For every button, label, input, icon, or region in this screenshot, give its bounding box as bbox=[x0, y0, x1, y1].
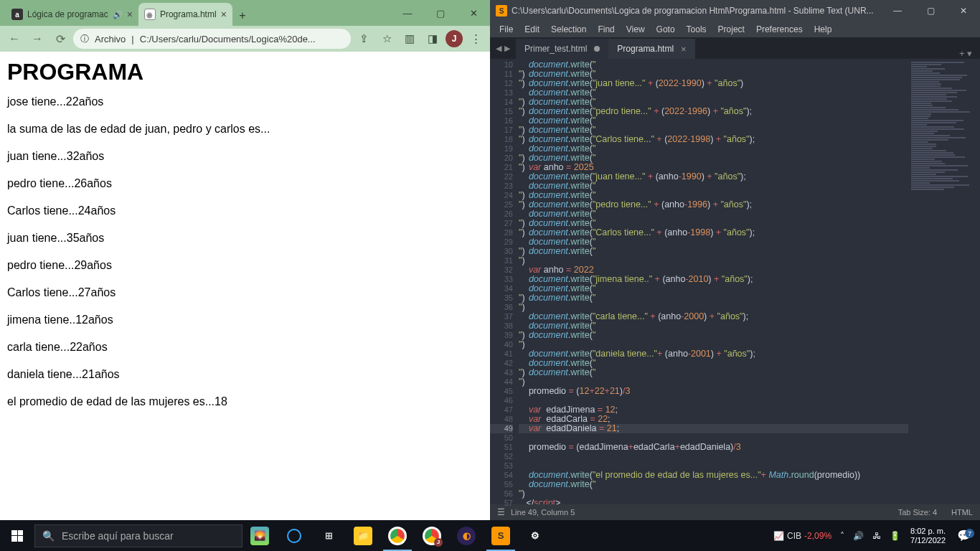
page-content: PROGRAMA jose tiene...22años la suma de … bbox=[0, 52, 490, 430]
page-line: la suma de las de edad de juan, pedro y … bbox=[7, 123, 483, 136]
audio-icon[interactable]: 🔊 bbox=[113, 10, 123, 19]
url-label: Archivo bbox=[95, 34, 126, 44]
start-button[interactable] bbox=[0, 520, 34, 551]
reload-button[interactable]: ⟳ bbox=[50, 29, 70, 49]
taskbar-chrome-2[interactable]: J bbox=[415, 520, 449, 551]
syntax-mode[interactable]: HTML bbox=[951, 508, 973, 517]
tray-clock[interactable]: 8:02 p. m. 7/12/2022 bbox=[905, 527, 951, 545]
tray-battery-icon[interactable]: 🔋 bbox=[885, 531, 905, 541]
page-line: pedro tiene...26años bbox=[7, 177, 483, 190]
chrome-toolbar: ← → ⟳ ⓘ Archivo | C:/Users/carlu/Documen… bbox=[0, 26, 490, 52]
favicon-icon: a bbox=[11, 9, 23, 20]
sublime-window-controls: — ▢ ✕ bbox=[881, 0, 980, 22]
tray-time: 8:02 p. m. bbox=[910, 527, 946, 536]
taskbar: 🔍 Escribe aquí para buscar 🌄 ⊞ 📁 J ◐ S ⚙… bbox=[0, 520, 980, 551]
editor-area[interactable]: 1011121314151617181920212223242526272829… bbox=[490, 59, 980, 504]
tab-close-icon[interactable]: × bbox=[681, 44, 687, 55]
maximize-button[interactable]: ▢ bbox=[424, 0, 457, 26]
tab-title: Programa.html bbox=[160, 9, 217, 19]
menu-goto[interactable]: Goto bbox=[651, 23, 680, 36]
search-icon: 🔍 bbox=[42, 530, 55, 542]
stock-label: CIB bbox=[787, 531, 801, 541]
chrome-titlebar: a Lógica de programac 🔊 × ◉ Programa.htm… bbox=[0, 0, 490, 26]
dirty-dot-icon bbox=[594, 46, 600, 52]
tab-name: Primer_test.html bbox=[524, 44, 587, 54]
sublime-tabs: ◀ ▶ Primer_test.html Programa.html × + ▾ bbox=[490, 37, 980, 59]
taskbar-chrome[interactable] bbox=[380, 520, 415, 551]
tray-chevron[interactable]: ˄ bbox=[836, 531, 849, 541]
minimize-button[interactable]: — bbox=[881, 0, 914, 22]
taskbar-weather[interactable]: 🌄 bbox=[242, 520, 277, 551]
taskbar-settings[interactable]: ⚙ bbox=[518, 520, 552, 551]
forward-button[interactable]: → bbox=[27, 29, 47, 49]
page-line: jose tiene...22años bbox=[7, 95, 483, 108]
favicon-globe-icon: ◉ bbox=[144, 9, 156, 20]
notifications-button[interactable]: 💬 7 bbox=[951, 529, 977, 542]
bookmark-icon[interactable]: ☆ bbox=[377, 29, 397, 49]
menu-tools[interactable]: Tools bbox=[682, 23, 712, 36]
menu-selection[interactable]: Selection bbox=[546, 23, 591, 36]
extensions-icon[interactable]: ◨ bbox=[423, 29, 443, 49]
code-area[interactable]: document.write("") document.write("") do… bbox=[519, 59, 908, 504]
close-button[interactable]: ✕ bbox=[947, 0, 980, 22]
page-line: jimena tiene..12años bbox=[7, 314, 483, 326]
stock-change: -2,09% bbox=[804, 531, 831, 541]
share-icon[interactable]: ⇪ bbox=[354, 29, 374, 49]
tray-volume-icon[interactable]: 🔊 bbox=[849, 531, 868, 541]
page-line: juan tiene...32años bbox=[7, 150, 483, 163]
line-gutter: 1011121314151617181920212223242526272829… bbox=[490, 59, 519, 504]
sidepanel-icon[interactable]: ▥ bbox=[400, 29, 420, 49]
editor-tab-inactive[interactable]: Primer_test.html bbox=[516, 39, 608, 59]
profile-avatar[interactable]: J bbox=[446, 30, 463, 47]
sublime-title: C:\Users\carlu\Documents\Logica de progr… bbox=[512, 6, 881, 16]
tab-name: Programa.html bbox=[617, 44, 674, 54]
sublime-icon: S bbox=[496, 5, 507, 17]
page-line: carla tiene...22años bbox=[7, 341, 483, 354]
page-heading: PROGRAMA bbox=[7, 59, 483, 85]
minimize-button[interactable]: — bbox=[391, 0, 424, 26]
tab-close-icon[interactable]: × bbox=[221, 9, 227, 20]
taskbar-taskview[interactable]: ⊞ bbox=[311, 520, 346, 551]
menu-file[interactable]: File bbox=[494, 23, 518, 36]
sublime-titlebar: S C:\Users\carlu\Documents\Logica de pro… bbox=[490, 0, 980, 22]
new-tab-button[interactable]: + bbox=[232, 6, 253, 26]
chrome-tab-inactive[interactable]: a Lógica de programac 🔊 × bbox=[6, 3, 138, 26]
menu-edit[interactable]: Edit bbox=[519, 23, 545, 36]
menu-project[interactable]: Project bbox=[713, 23, 750, 36]
page-line: Carlos tiene...27años bbox=[7, 286, 483, 299]
sublime-window: S C:\Users\carlu\Documents\Logica de pro… bbox=[490, 0, 980, 520]
menu-preferences[interactable]: Preferences bbox=[751, 23, 808, 36]
tray-network-icon[interactable]: 🖧 bbox=[868, 531, 885, 541]
minimap[interactable] bbox=[908, 59, 980, 504]
maximize-button[interactable]: ▢ bbox=[914, 0, 947, 22]
menu-icon[interactable]: ⋮ bbox=[466, 29, 486, 49]
site-info-icon[interactable]: ⓘ bbox=[80, 33, 89, 45]
chrome-window-controls: — ▢ ✕ bbox=[391, 0, 490, 26]
editor-tab-active[interactable]: Programa.html × bbox=[608, 39, 694, 59]
tab-size[interactable]: Tab Size: 4 bbox=[898, 508, 937, 517]
page-line: el promedio de edad de las mujeres es...… bbox=[7, 395, 483, 408]
stock-widget[interactable]: 📈 CIB -2,09% bbox=[769, 531, 836, 541]
notification-badge: 7 bbox=[965, 529, 974, 538]
sublime-menubar: File Edit Selection Find View Goto Tools… bbox=[490, 22, 980, 37]
cursor-position[interactable]: Line 49, Column 5 bbox=[511, 508, 575, 517]
taskbar-sublime[interactable]: S bbox=[484, 520, 518, 551]
taskbar-apps: 🌄 ⊞ 📁 J ◐ S ⚙ bbox=[242, 520, 552, 551]
taskbar-search[interactable]: 🔍 Escribe aquí para buscar bbox=[34, 524, 242, 547]
menu-view[interactable]: View bbox=[621, 23, 650, 36]
menu-find[interactable]: Find bbox=[593, 23, 619, 36]
taskbar-explorer[interactable]: 📁 bbox=[346, 520, 380, 551]
menu-help[interactable]: Help bbox=[809, 23, 837, 36]
tab-close-icon[interactable]: × bbox=[127, 9, 133, 20]
tab-nav-arrows[interactable]: ◀ ▶ bbox=[490, 37, 516, 59]
taskbar-cortana[interactable] bbox=[277, 520, 311, 551]
close-button[interactable]: ✕ bbox=[457, 0, 490, 26]
back-button[interactable]: ← bbox=[4, 29, 24, 49]
tray-date: 7/12/2022 bbox=[910, 536, 946, 545]
add-tab-button[interactable]: + ▾ bbox=[951, 48, 980, 59]
url-text: C:/Users/carlu/Documents/Logica%20de... bbox=[140, 34, 344, 44]
address-bar[interactable]: ⓘ Archivo | C:/Users/carlu/Documents/Log… bbox=[73, 29, 351, 49]
chrome-tab-active[interactable]: ◉ Programa.html × bbox=[138, 3, 232, 26]
status-menu-icon[interactable]: ☰ bbox=[497, 507, 505, 517]
taskbar-eclipse[interactable]: ◐ bbox=[449, 520, 484, 551]
